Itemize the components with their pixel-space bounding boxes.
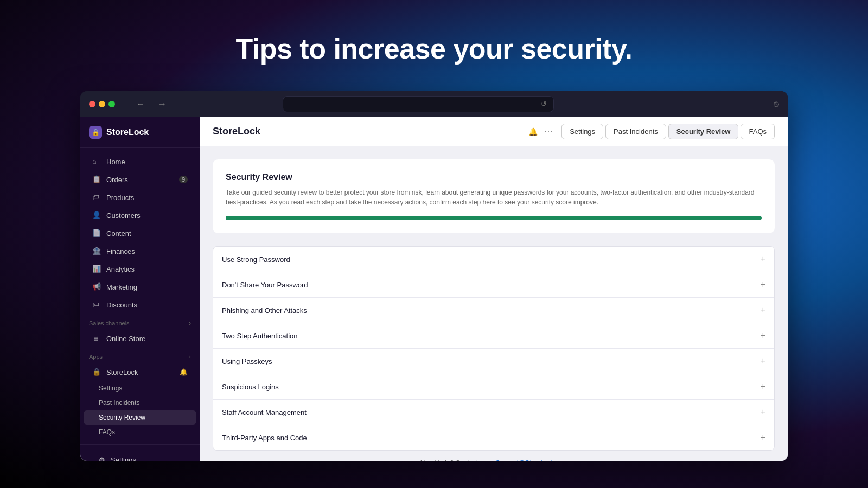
accordion-label: Using Passkeys (222, 357, 272, 365)
finances-icon: 🏦 (92, 247, 101, 255)
footer-help: Need help? Contact us at Support@StoreLo… (213, 451, 775, 461)
sidebar-item-customers[interactable]: 👤 Customers (84, 207, 196, 224)
sub-nav-settings[interactable]: Settings (84, 381, 196, 395)
chrome-divider (124, 99, 124, 110)
sidebar-item-content[interactable]: 📄 Content (84, 224, 196, 242)
reload-icon[interactable]: ↺ (541, 100, 547, 108)
accordion-label: Third-Party Apps and Code (222, 434, 307, 442)
sidebar-item-storelock[interactable]: 🔒 StoreLock 🔔 (84, 363, 196, 381)
sidebar-item-label: Marketing (106, 283, 137, 291)
sidebar-bottom: ⚙ Settings (80, 444, 200, 461)
share-button[interactable]: ⎋ (774, 99, 779, 109)
footer-help-text: Need help? Contact us at (420, 459, 496, 461)
forward-button[interactable]: → (155, 97, 170, 111)
sidebar-settings[interactable]: ⚙ Settings (90, 452, 190, 461)
expand-icon: + (761, 407, 765, 417)
expand-icon: + (761, 331, 765, 341)
page-title: StoreLock (213, 126, 260, 137)
sidebar-item-label: StoreLock (106, 368, 138, 376)
accordion-item-dont-share[interactable]: Don't Share Your Password + (213, 272, 774, 298)
traffic-lights (89, 101, 115, 107)
apps-section: Apps › (80, 348, 200, 363)
expand-icon: + (761, 254, 765, 264)
discounts-icon: 🏷 (92, 300, 101, 309)
sub-nav-label: Past Incidents (99, 399, 139, 407)
content-area: Security Review Take our guided security… (200, 146, 788, 461)
sidebar-item-analytics[interactable]: 📊 Analytics (84, 260, 196, 278)
sidebar-item-finances[interactable]: 🏦 Finances (84, 242, 196, 260)
app-layout: 🔒 StoreLock ⌂ Home 📋 Orders 9 🏷 Products (80, 117, 788, 461)
sidebar-item-label: Finances (106, 247, 135, 255)
online-store-icon: 🖥 (92, 334, 101, 343)
accordion-label: Don't Share Your Password (222, 281, 308, 289)
customers-icon: 👤 (92, 211, 101, 220)
security-review-section: Security Review Take our guided security… (213, 159, 775, 233)
orders-badge: 9 (179, 176, 188, 183)
marketing-icon: 📢 (92, 282, 101, 291)
accordion-item-third-party[interactable]: Third-Party Apps and Code + (213, 425, 774, 450)
logo-icon: 🔒 (89, 126, 102, 139)
minimize-button[interactable] (99, 101, 105, 107)
accordion-label: Phishing and Other Attacks (222, 306, 307, 314)
sidebar: 🔒 StoreLock ⌂ Home 📋 Orders 9 🏷 Products (80, 117, 200, 461)
products-icon: 🏷 (92, 193, 101, 202)
analytics-icon: 📊 (92, 265, 101, 273)
footer-email[interactable]: Support@StoreLock.app (496, 459, 567, 461)
sub-nav-label: Security Review (99, 414, 145, 421)
sidebar-item-discounts[interactable]: 🏷 Discounts (84, 296, 196, 313)
apps-expand-icon[interactable]: › (189, 353, 191, 361)
progress-bar-fill (226, 216, 762, 220)
tab-security-review[interactable]: Security Review (668, 124, 739, 139)
sub-nav-past-incidents[interactable]: Past Incidents (84, 396, 196, 410)
accordion-item-phishing[interactable]: Phishing and Other Attacks + (213, 298, 774, 323)
expand-icon: + (761, 433, 765, 442)
sidebar-item-online-store[interactable]: 🖥 Online Store (84, 330, 196, 347)
security-review-title: Security Review (226, 172, 762, 182)
sidebar-item-label: Content (106, 229, 131, 237)
sidebar-item-home[interactable]: ⌂ Home (84, 153, 196, 170)
bell-topbar-icon[interactable]: 🔔 (528, 127, 538, 136)
accordion-item-strong-password[interactable]: Use Strong Password + (213, 247, 774, 272)
accordion-list: Use Strong Password + Don't Share Your P… (213, 246, 775, 451)
sidebar-item-products[interactable]: 🏷 Products (84, 189, 196, 206)
hero-title: Tips to increase your security. (235, 33, 632, 65)
back-button[interactable]: ← (133, 97, 148, 111)
more-topbar-icon[interactable]: ⋯ (544, 126, 553, 137)
maximize-button[interactable] (108, 101, 115, 107)
bell-icon[interactable]: 🔔 (180, 368, 188, 376)
content-icon: 📄 (92, 229, 101, 237)
sidebar-item-label: Analytics (106, 265, 135, 273)
sales-channels-section: Sales channels › (80, 314, 200, 329)
sidebar-item-label: Home (106, 158, 125, 166)
sub-nav-label: Settings (99, 384, 122, 392)
sub-nav-label: FAQs (99, 428, 115, 436)
accordion-label: Use Strong Password (222, 255, 290, 264)
accordion-item-passkeys[interactable]: Using Passkeys + (213, 349, 774, 374)
accordion-item-staff-account[interactable]: Staff Account Management + (213, 400, 774, 425)
tab-settings[interactable]: Settings (561, 124, 603, 139)
tab-past-incidents[interactable]: Past Incidents (605, 124, 666, 139)
orders-icon: 📋 (92, 175, 101, 184)
settings-icon: ⚙ (99, 456, 105, 461)
top-bar-right: 🔔 ⋯ Settings Past Incidents Security Rev… (528, 124, 775, 139)
accordion-item-two-step[interactable]: Two Step Authentication + (213, 323, 774, 349)
sales-channels-label: Sales channels (89, 320, 130, 326)
progress-bar-wrapper (226, 216, 762, 220)
sub-nav-security-review[interactable]: Security Review (84, 410, 196, 425)
sub-nav-faqs[interactable]: FAQs (84, 425, 196, 439)
settings-label: Settings (111, 456, 136, 461)
sidebar-item-orders[interactable]: 📋 Orders 9 (84, 171, 196, 188)
apps-label: Apps (89, 354, 103, 360)
sidebar-item-label: Discounts (106, 301, 137, 309)
sidebar-item-marketing[interactable]: 📢 Marketing (84, 278, 196, 296)
address-bar[interactable]: ↺ (283, 96, 554, 112)
security-review-description: Take our guided security review to bette… (226, 188, 762, 207)
sidebar-logo: 🔒 StoreLock (80, 117, 200, 148)
browser-window: ← → ↺ ⎋ 🔒 StoreLock ⌂ Home 📋 (80, 91, 788, 461)
sidebar-item-label: Orders (106, 176, 128, 184)
close-button[interactable] (89, 101, 95, 107)
tab-faqs[interactable]: FAQs (741, 124, 775, 139)
accordion-label: Two Step Authentication (222, 332, 297, 340)
expand-icon[interactable]: › (189, 319, 191, 327)
accordion-item-suspicious[interactable]: Suspicious Logins + (213, 374, 774, 400)
